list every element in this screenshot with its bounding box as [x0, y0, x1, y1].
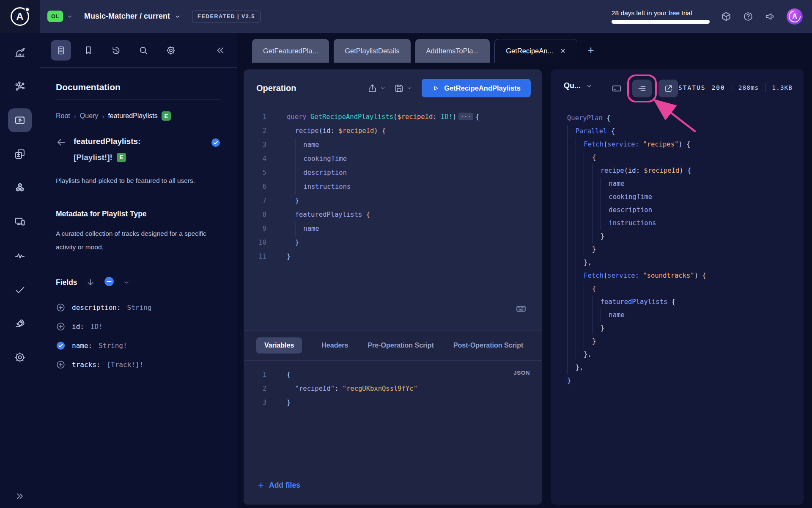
operation-tab-bar: GetFeaturedPla... GetPlaylistDetails Add…	[243, 33, 812, 63]
run-operation-button[interactable]: GetRecipeAndPlaylists	[422, 79, 531, 97]
org-chevron-down-icon[interactable]	[66, 13, 73, 20]
field-row-id[interactable]: id: ID!	[56, 317, 221, 336]
insights-icon[interactable]	[8, 244, 32, 268]
apollo-logo[interactable]: A	[0, 0, 40, 33]
launches-icon[interactable]	[8, 312, 32, 335]
operation-panel: Operation GetRecipeAndPlaylists 1query G…	[244, 69, 542, 505]
home-icon[interactable]	[8, 41, 32, 64]
bookmark-icon[interactable]	[78, 40, 99, 61]
gear-icon[interactable]	[161, 40, 181, 61]
open-external-icon	[664, 84, 673, 94]
breadcrumb-root[interactable]: Root	[56, 112, 70, 120]
megaphone-icon[interactable]	[765, 11, 776, 22]
trial-progress-bar	[612, 20, 710, 24]
sort-arrow-down-icon[interactable]	[86, 278, 95, 287]
tab-variables[interactable]: Variables	[256, 337, 302, 353]
tab-getrecipeandplaylists[interactable]: GetRecipeAn... ✕	[494, 39, 577, 63]
response-duration: 288ms	[738, 84, 759, 91]
entity-badge: E	[117, 153, 126, 162]
changelog-icon[interactable]	[8, 142, 32, 166]
divider	[56, 99, 221, 99]
chevrons-left-icon[interactable]	[215, 45, 226, 56]
breadcrumb: Root › Query › featuredPlaylists E	[56, 111, 221, 121]
breadcrumb-field[interactable]: featuredPlaylists	[108, 112, 157, 120]
chevrons-right-icon	[15, 491, 25, 501]
docs-toolbar	[40, 33, 237, 68]
docs-title: Documentation	[56, 82, 221, 92]
search-icon[interactable]	[133, 40, 154, 61]
graph-icon[interactable]	[8, 75, 32, 98]
field-description: Playlists hand-picked to be featured to …	[56, 174, 221, 188]
plus-icon: +	[258, 479, 264, 491]
plan-text-view-icon	[637, 83, 647, 94]
request-tabs: Variables Headers Pre-Operation Script P…	[244, 331, 542, 361]
plan-text-view-button[interactable]	[632, 80, 652, 97]
field-row-description[interactable]: description: String	[56, 298, 221, 317]
request-section: Variables Headers Pre-Operation Script P…	[244, 331, 542, 505]
field-row-tracks[interactable]: tracks: [Track!]!	[56, 355, 221, 374]
add-field-plus-icon[interactable]	[56, 303, 66, 312]
org-badge[interactable]: OL	[47, 11, 63, 22]
fields-heading: Fields	[56, 278, 77, 287]
tab-pre-operation-script[interactable]: Pre-Operation Script	[368, 342, 433, 349]
tab-getplaylistdetails[interactable]: GetPlaylistDetails	[334, 39, 410, 63]
chevron-down-icon[interactable]	[123, 279, 130, 286]
tab-post-operation-script[interactable]: Post-Operation Script	[453, 342, 523, 349]
select-all-minus-icon[interactable]	[104, 276, 115, 289]
chevron-down-icon	[586, 83, 593, 89]
close-tab-icon[interactable]: ✕	[560, 47, 565, 55]
logo-dot	[26, 8, 29, 11]
status-label: STATUS	[678, 84, 705, 91]
tab-getfeaturedplaylists[interactable]: GetFeaturedPla...	[252, 39, 329, 63]
divider	[765, 83, 765, 92]
entity-badge: E	[162, 111, 171, 121]
divider	[732, 83, 732, 92]
response-header: Qu... STATUS200 288ms 1.3KB	[551, 69, 804, 108]
avatar[interactable]: A	[787, 8, 803, 25]
back-arrow-icon[interactable]	[56, 137, 67, 166]
checks-icon[interactable]	[8, 278, 32, 301]
help-icon[interactable]	[743, 11, 754, 22]
field-title: featuredPlaylists: [Playlist!]! E	[74, 133, 204, 166]
add-files-button[interactable]: + Add files	[258, 479, 300, 491]
explorer-icon[interactable]	[8, 108, 32, 132]
subgraphs-icon[interactable]	[8, 176, 32, 200]
add-tab-button[interactable]: +	[588, 44, 594, 57]
expand-rail-button[interactable]	[0, 491, 40, 501]
response-panel: Qu... STATUS200 288ms 1.3KB	[551, 69, 804, 505]
breadcrumb-query[interactable]: Query	[80, 112, 99, 120]
play-icon	[432, 84, 440, 92]
query-plan-view[interactable]: QueryPlan { Parallel { Fetch(service: "r…	[567, 112, 800, 387]
panel-icon[interactable]	[611, 83, 622, 94]
operation-editor[interactable]: 1query GetRecipeAndPlaylists($recipeId: …	[244, 110, 538, 264]
tab-headers[interactable]: Headers	[321, 342, 348, 349]
settings-icon[interactable]	[8, 345, 32, 369]
response-status: STATUS200 288ms 1.3KB	[678, 83, 793, 92]
response-view-picker[interactable]: Qu...	[564, 81, 593, 90]
add-field-plus-icon[interactable]	[56, 322, 66, 331]
document-icon[interactable]	[51, 40, 71, 61]
open-external-button[interactable]	[658, 80, 678, 97]
app-root: A OL Music-Matcher / current FEDERATED |…	[0, 0, 812, 508]
response-size: 1.3KB	[772, 84, 793, 91]
clients-icon[interactable]	[8, 210, 32, 234]
add-field-plus-icon[interactable]	[56, 360, 66, 370]
graph-variant-picker[interactable]: Music-Matcher / current	[84, 12, 181, 21]
field-row-name[interactable]: name: String!	[56, 336, 221, 355]
graph-name: Music-Matcher / current	[84, 12, 170, 21]
variables-editor[interactable]: 1{2 "recipeId": "recgUKbxnQssl9fYc"3}	[244, 368, 538, 410]
save-operation-button[interactable]	[394, 83, 412, 93]
chevron-down-icon	[174, 13, 181, 20]
field-selected-check-icon[interactable]	[211, 138, 221, 166]
field-title-name: featuredPlaylists:	[74, 133, 204, 149]
status-code: 200	[711, 84, 725, 91]
package-icon[interactable]	[721, 11, 732, 22]
trial-text: 28 days left in your free trial	[612, 9, 692, 17]
variant-badge: FEDERATED | V2.5	[192, 11, 261, 22]
metadata-text: A curated collection of tracks designed …	[56, 227, 221, 254]
tab-additemstoplaylist[interactable]: AddItemsToPla...	[415, 39, 490, 63]
history-icon[interactable]	[106, 40, 126, 61]
share-operation-button[interactable]	[368, 83, 386, 93]
selected-check-icon[interactable]	[56, 341, 66, 351]
keyboard-shortcuts-icon[interactable]	[516, 303, 527, 314]
